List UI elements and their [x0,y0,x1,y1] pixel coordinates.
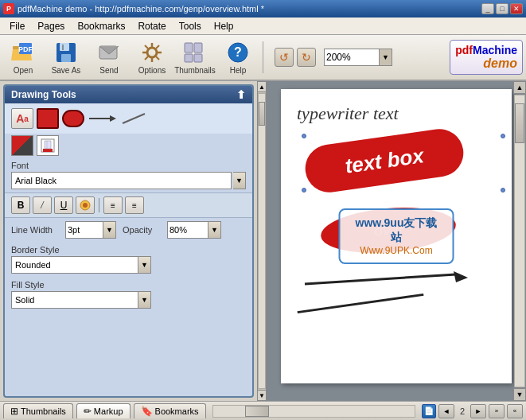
border-style-arrow[interactable]: ▼ [138,256,151,274]
line-width-arrow[interactable]: ▼ [103,221,116,239]
minimize-button[interactable]: _ [481,3,494,14]
rotate-controls: ↺ ↻ [275,48,316,67]
maximize-button[interactable]: □ [496,3,508,14]
oval-tool-button[interactable] [62,110,84,127]
canvas-area: typewriter text text box oval [267,81,526,401]
align-left-button[interactable]: ≡ [103,196,123,214]
opacity-arrow[interactable]: ▼ [208,221,221,239]
prev-page-button[interactable]: ◄ [438,404,454,418]
rectangle-tool-button[interactable] [37,108,59,129]
font-select-arrow[interactable]: ▼ [233,172,246,189]
send-button[interactable]: Send [89,37,129,78]
menu-rotate[interactable]: Rotate [131,19,172,33]
thumbnails-label: Thumbnails [174,66,216,75]
save-button[interactable]: Save As [46,37,86,78]
tool-icons-row2 [5,134,252,158]
pdf-scroll-area[interactable]: typewriter text text box oval [267,81,526,401]
options-button[interactable]: Options [132,37,172,78]
tab-thumbnails[interactable]: ⊞ Thumbnails [3,403,73,418]
menu-file[interactable]: File [3,19,31,33]
menu-help[interactable]: Help [208,19,240,33]
svg-marker-37 [454,271,468,282]
svg-rect-24 [185,54,193,62]
selection-handle [302,188,306,192]
open-button[interactable]: PDF Open [3,37,43,78]
zoom-select[interactable]: 200% 150% 100% 75% 50% [324,49,380,66]
scrollbar-up-button[interactable]: ▲ [257,81,267,92]
canvas-scroll-down[interactable]: ▼ [513,388,526,401]
svg-text:PDF: PDF [18,45,33,53]
text-color-button[interactable] [76,196,95,214]
line-tool-button[interactable] [119,108,148,129]
menu-tools[interactable]: Tools [173,19,208,33]
pen-color-button[interactable] [37,135,59,156]
arrow-tool-button[interactable] [88,113,116,124]
last-page-button[interactable]: » [489,404,505,418]
svg-text:?: ? [234,45,242,59]
bookmarks-tab-label: Bookmarks [155,406,199,416]
italic-button[interactable]: / [33,196,52,214]
scrollbar-thumb[interactable] [259,102,265,126]
border-style-row: Border Style Square Rounded None ▼ [5,242,252,277]
line-width-label: Line Width [11,225,59,235]
app-icon: P [3,3,14,14]
align-center-button[interactable]: ≡ [125,196,144,214]
bookmarks-tab-icon: 🔖 [141,406,153,417]
logo-machine: Machine [473,44,517,56]
border-style-select[interactable]: Square Rounded None [11,256,138,274]
typewriter-text: typewriter text [297,103,399,124]
menu-bookmarks[interactable]: Bookmarks [71,19,131,33]
underline-button[interactable]: U [54,196,73,214]
arrow-shape[interactable] [301,268,476,292]
fill-color-button[interactable] [11,135,33,156]
panel-collapse-button[interactable]: ⬆ [236,88,246,101]
tab-bookmarks[interactable]: 🔖 Bookmarks [134,403,206,418]
oval-shape[interactable]: oval [319,203,458,259]
tab-markup[interactable]: ✏ Markup [76,403,131,418]
menu-pages[interactable]: Pages [31,19,71,33]
rotate-ccw-button[interactable]: ↺ [275,48,294,67]
pdf-page: typewriter text text box oval [281,89,512,383]
help-button[interactable]: ? Help [218,37,258,78]
canvas-scroll-thumb[interactable] [515,103,524,143]
text-tool-button[interactable]: Aa [11,108,33,129]
canvas-scrollbar: ▲ ▼ [513,81,526,401]
page-number: 2 [460,406,465,416]
bold-button[interactable]: B [11,196,30,214]
scrollbar-down-button[interactable]: ▼ [257,390,267,401]
fill-style-arrow[interactable]: ▼ [138,291,151,309]
svg-point-35 [83,203,88,208]
title-bar: P pdfMachine demo - http://pdfmachine.co… [0,0,526,18]
close-button[interactable]: ✕ [510,3,523,14]
rotate-cw-button[interactable]: ↻ [297,48,316,67]
bottom-scrollbar[interactable] [212,405,415,418]
logo-pdf: pdf [455,44,473,56]
panel-header: Drawing Tools ⬆ [5,86,252,103]
opacity-select[interactable]: 20% 40% 60% 80% 100% [167,221,208,239]
svg-rect-6 [60,43,69,51]
thumbnails-button[interactable]: Thumbnails [175,37,215,78]
bottom-scroll-thumb[interactable] [245,406,269,417]
line-shape[interactable] [298,294,424,313]
textbox-shape[interactable]: text box [302,126,466,195]
line-width-select[interactable]: 1pt 2pt 3pt 4pt 5pt [65,221,103,239]
svg-line-30 [123,114,145,123]
svg-line-18 [145,45,148,49]
fill-style-row: Fill Style Solid None Gradient ▼ [5,277,252,312]
line-width-row: Line Width 1pt 2pt 3pt 4pt 5pt ▼ Opacity… [5,218,252,242]
options-label: Options [138,66,166,75]
main-area: Drawing Tools ⬆ Aa [0,81,526,401]
first-page-button[interactable]: « [507,404,523,418]
next-page-button[interactable]: ► [470,404,486,418]
panel-scrollbar[interactable]: ▲ ▼ [257,81,267,401]
main-toolbar: PDF Open Save As Send [0,35,526,81]
help-label: Help [230,66,247,75]
svg-rect-22 [185,43,193,52]
selection-handle [501,134,505,138]
zoom-dropdown-button[interactable]: ▼ [380,49,392,66]
font-select[interactable]: Arial Black Arial Times New Roman Courie… [11,172,232,189]
fill-style-select[interactable]: Solid None Gradient [11,291,138,309]
canvas-scroll-track [514,95,525,387]
canvas-scroll-up[interactable]: ▲ [513,81,526,94]
page-icon[interactable]: 📄 [422,404,436,418]
